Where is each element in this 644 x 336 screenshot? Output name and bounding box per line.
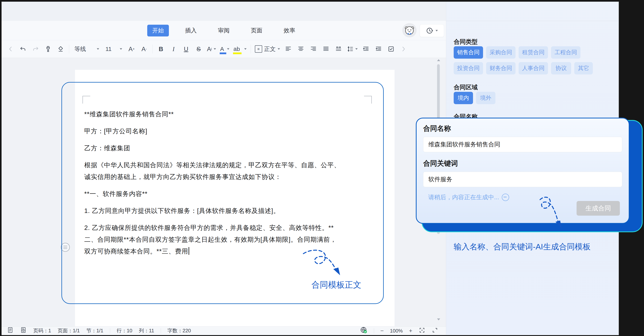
line-spacing-caret	[355, 48, 358, 50]
status-pages: 页面：1/1	[58, 327, 80, 334]
text-cursor	[188, 247, 189, 255]
status-word-count: 字数：220	[168, 327, 191, 334]
font-name-select[interactable]: 等线	[73, 43, 100, 55]
style-preview-icon: ≡	[255, 45, 262, 53]
status-page-number: 页码：1	[33, 327, 51, 334]
read-mode-icon[interactable]	[7, 327, 14, 335]
contract-keyword-input[interactable]	[423, 172, 622, 187]
zoom-in-button[interactable]: +	[409, 328, 412, 334]
checklist-icon[interactable]	[387, 43, 395, 55]
font-name-value: 等线	[74, 45, 86, 53]
dialog-name-label: 合同名称	[423, 124, 622, 133]
type-chip-sales[interactable]: 销售合同	[454, 46, 483, 59]
line-spacing-select[interactable]	[347, 43, 358, 55]
type-chip-lease[interactable]: 租赁合同	[518, 46, 548, 59]
status-divider	[110, 328, 110, 333]
status-section: 节：1/1	[86, 327, 103, 334]
tab-review[interactable]: 审阅	[213, 25, 234, 36]
doc-line: 2. 乙方应确保所提供的软件服务符合甲方的需求，并具备稳定、安全、高效等特性。*…	[84, 224, 374, 232]
status-column: 列：11	[139, 327, 154, 334]
title-bar	[2, 2, 446, 21]
ribbon-tab-bar: 开始 插入 审阅 页面 效率	[2, 21, 446, 40]
italic-button[interactable]: I	[169, 43, 178, 55]
increase-indent-icon[interactable]	[374, 43, 383, 55]
tab-home[interactable]: 开始	[147, 25, 169, 36]
strikethrough-button[interactable]: S	[194, 43, 203, 55]
toolbar-divider	[152, 44, 153, 53]
decrease-indent-icon[interactable]	[362, 43, 370, 55]
font-color-swatch	[220, 52, 226, 54]
font-size-caret	[120, 48, 122, 50]
font-color-button[interactable]: A	[220, 43, 229, 55]
page-layout-icon[interactable]	[20, 327, 27, 335]
type-chip-agreement[interactable]: 协议	[551, 62, 571, 74]
undo-icon[interactable]	[19, 43, 27, 55]
type-chip-purchase[interactable]: 采购合同	[486, 46, 516, 59]
doc-line: **维森集团软件服务销售合同**	[84, 110, 374, 119]
assistant-header	[446, 2, 618, 21]
minus-circle-icon	[502, 194, 509, 201]
align-center-icon[interactable]	[296, 43, 305, 55]
tab-page[interactable]: 页面	[246, 25, 268, 36]
scroll-up-icon[interactable]	[437, 59, 440, 61]
type-chip-other[interactable]: 其它	[574, 62, 593, 74]
redo-icon[interactable]	[31, 43, 40, 55]
doc-line: **一、软件服务内容**	[84, 190, 374, 198]
contract-name-input[interactable]	[423, 137, 622, 152]
scroll-down-icon[interactable]	[437, 319, 440, 320]
highlight-caret	[244, 48, 246, 50]
toolbar-scroll-left-icon[interactable]	[6, 43, 15, 55]
increase-font-button[interactable]: A+	[127, 43, 136, 55]
contract-region-label: 合同区域	[454, 83, 478, 91]
page-margin-mark	[82, 96, 90, 104]
generation-status: 请稍后，内容正在生成中...	[428, 193, 622, 201]
toolbar-scroll-right-icon[interactable]	[400, 43, 408, 55]
highlight-ab: ab	[234, 46, 240, 52]
superscript-button[interactable]: Ai	[207, 43, 216, 55]
type-chip-finance[interactable]: 财务合同	[486, 62, 516, 74]
status-bar: 页码：1 页面：1/1 节：1/1 行：10 列：11 字数：220 − 100…	[2, 326, 446, 335]
fit-page-icon[interactable]	[418, 327, 426, 335]
tab-insert[interactable]: 插入	[180, 25, 202, 36]
contract-type-label: 合同类型	[454, 38, 478, 46]
eraser-icon[interactable]	[56, 43, 65, 55]
fullscreen-icon[interactable]	[432, 327, 438, 335]
bold-button[interactable]: B	[157, 43, 165, 55]
zoom-out-button[interactable]: −	[380, 328, 384, 334]
format-painter-icon[interactable]	[44, 43, 52, 55]
highlight-color-button[interactable]: ab	[234, 43, 246, 55]
region-chip-overseas[interactable]: 境外	[476, 92, 496, 104]
zoom-level[interactable]: 100%	[390, 328, 403, 334]
paragraph-style-select[interactable]: ≡ 正文	[255, 43, 280, 55]
bear-avatar-icon	[402, 23, 416, 37]
align-left-icon[interactable]	[284, 43, 292, 55]
align-justify-icon[interactable]	[322, 43, 330, 55]
decrease-font-button[interactable]: A-	[140, 43, 148, 55]
type-chip-hr[interactable]: 人事合同	[518, 62, 548, 74]
font-name-caret	[97, 48, 99, 50]
font-size-select[interactable]: 11	[104, 43, 123, 55]
generate-contract-button[interactable]: 生成合同	[576, 201, 620, 216]
tab-efficiency[interactable]: 效率	[278, 25, 300, 36]
sync-globe-icon[interactable]	[360, 326, 368, 336]
style-caret	[278, 48, 280, 50]
highlight-swatch	[233, 52, 242, 54]
mascot-avatar[interactable]	[402, 23, 416, 37]
formatting-toolbar: 等线 11 A+ A- B I U S Ai A ab ≡ 正文	[2, 40, 446, 58]
status-text: 请稍后，内容正在生成中...	[428, 193, 499, 201]
font-color-a: A	[220, 46, 224, 52]
history-dropdown-caret	[436, 30, 438, 31]
screenshot-root: AI AI生成合同 开始 插入 审阅 页面 效率	[0, 0, 644, 336]
history-button[interactable]	[420, 24, 444, 37]
underline-button[interactable]: U	[182, 43, 190, 55]
doc-line: 诚实信用的基础上，就甲方向乙方购买软件服务事宜达成如下协议：	[84, 173, 374, 181]
region-chip-domestic[interactable]: 境内	[454, 92, 473, 104]
panel-annotation-label: 输入名称、合同关键词-AI生成合同模板	[454, 241, 590, 252]
type-chip-investment[interactable]: 投资合同	[454, 62, 483, 74]
paragraph-handle-icon[interactable]	[61, 243, 70, 252]
align-right-icon[interactable]	[309, 43, 318, 55]
contract-dialog: 合同名称 合同关键词 请稍后，内容正在生成中... 生成合同	[416, 118, 630, 224]
character-spacing-icon[interactable]	[334, 43, 343, 55]
type-chip-engineering[interactable]: 工程合同	[551, 46, 580, 59]
clock-icon	[426, 27, 433, 34]
